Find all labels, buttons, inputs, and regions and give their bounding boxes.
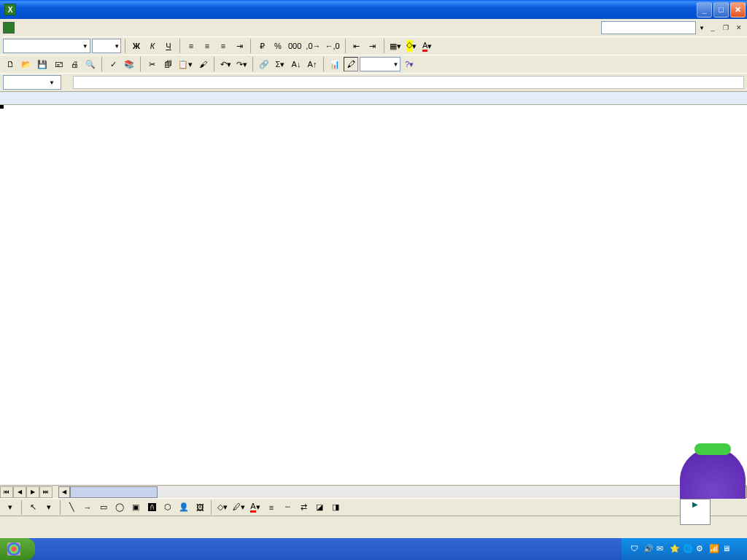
save-button[interactable]: 💾: [35, 57, 50, 71]
window-titlebar: X _ □ ✕: [0, 0, 747, 19]
copy-button[interactable]: 🗐: [160, 57, 175, 71]
tray-icon[interactable]: ⭐: [670, 544, 680, 554]
sheet-nav-prev[interactable]: ◀: [13, 486, 26, 498]
start-button[interactable]: [0, 538, 35, 560]
maximize-button[interactable]: □: [713, 2, 729, 18]
close-button[interactable]: ✕: [730, 2, 746, 18]
rectangle-button[interactable]: ▭: [96, 500, 111, 515]
menu-tools[interactable]: [63, 26, 71, 30]
tray-icon[interactable]: 🛡: [630, 544, 640, 554]
new-button[interactable]: 🗋: [3, 57, 18, 71]
menu-file[interactable]: [19, 26, 28, 30]
drawing-button[interactable]: 🖍: [344, 57, 358, 71]
tray-icon[interactable]: 🖥: [722, 544, 732, 554]
font-color-button[interactable]: A▾: [420, 39, 435, 53]
increase-indent-button[interactable]: ⇥: [365, 39, 380, 53]
format-painter-button[interactable]: 🖌: [196, 57, 210, 71]
align-left-button[interactable]: ≡: [184, 39, 198, 53]
line-button[interactable]: ╲: [64, 500, 79, 515]
gauge-widget[interactable]: [680, 448, 746, 499]
align-right-button[interactable]: ≡: [216, 39, 231, 53]
currency-button[interactable]: ₽: [255, 39, 269, 53]
font-color-draw-button[interactable]: A▾: [248, 500, 263, 515]
menu-help[interactable]: [89, 26, 98, 30]
wordart-button[interactable]: 🅰: [144, 500, 159, 515]
oval-button[interactable]: ◯: [112, 500, 127, 515]
fill-color-button[interactable]: ◇▾: [404, 39, 419, 53]
menu-insert[interactable]: [45, 26, 54, 30]
borders-button[interactable]: ▦▾: [388, 39, 403, 53]
arrow-style-button[interactable]: ⇄: [296, 500, 311, 515]
sort-asc-button[interactable]: A↓: [289, 57, 303, 71]
redo-button[interactable]: ↷▾: [234, 57, 249, 71]
menu-format[interactable]: [54, 26, 63, 30]
permission-button[interactable]: 🖃: [51, 57, 66, 71]
horizontal-scrollbar[interactable]: ◀ ▶: [58, 486, 747, 498]
print-button[interactable]: 🖨: [67, 57, 82, 71]
sort-desc-button[interactable]: A↑: [305, 57, 320, 71]
tray-icon[interactable]: 📶: [709, 544, 719, 554]
tray-icon[interactable]: ⚙: [696, 544, 706, 554]
menu-view[interactable]: [36, 26, 45, 30]
research-button[interactable]: 📚: [122, 57, 136, 71]
picture-button[interactable]: 🖼: [193, 500, 207, 515]
chart-wizard-button[interactable]: 📊: [328, 57, 342, 71]
mdi-minimize[interactable]: _: [708, 23, 718, 33]
font-size-dropdown[interactable]: ▼: [92, 39, 121, 53]
menu-edit[interactable]: [28, 26, 36, 30]
undo-button[interactable]: ↶▾: [218, 57, 233, 71]
tray-icon[interactable]: 🔊: [643, 544, 654, 554]
decrease-decimal-button[interactable]: ←,0: [324, 39, 341, 53]
textbox-button[interactable]: ▣: [128, 500, 143, 515]
formatting-toolbar: ▼ ▼ Ж К Ч ≡ ≡ ≡ ⇥ ₽ % 000 ,0→ ←,0 ⇤ ⇥ ▦▾…: [0, 36, 747, 55]
zoom-dropdown[interactable]: ▼: [360, 57, 400, 71]
sheet-nav-last[interactable]: ⏭: [39, 486, 53, 498]
print-preview-button[interactable]: 🔍: [83, 57, 98, 71]
decrease-indent-button[interactable]: ⇤: [349, 39, 364, 53]
line-color-button[interactable]: 🖊▾: [231, 500, 247, 515]
autoshapes-menu[interactable]: ▾: [42, 500, 56, 515]
bold-button[interactable]: Ж: [129, 39, 144, 53]
fill-color-draw-button[interactable]: ◇▾: [215, 500, 230, 515]
help-button[interactable]: ?▾: [402, 57, 417, 71]
sheet-nav-next[interactable]: ▶: [26, 486, 39, 498]
menu-window[interactable]: [80, 26, 89, 30]
open-button[interactable]: 📂: [19, 57, 34, 71]
formula-input[interactable]: [73, 76, 744, 89]
italic-button[interactable]: К: [145, 39, 160, 53]
percent-button[interactable]: %: [271, 39, 285, 53]
system-tray[interactable]: 🛡 🔊 ✉ ⭐ 🌐 ⚙ 📶 🖥: [622, 538, 747, 560]
select-objects-button[interactable]: ↖: [26, 500, 40, 515]
app-icon[interactable]: [3, 22, 15, 34]
align-center-button[interactable]: ≡: [200, 39, 214, 53]
menu-data[interactable]: [71, 26, 80, 30]
mdi-close[interactable]: ✕: [734, 23, 744, 33]
ask-question-box[interactable]: [601, 21, 696, 34]
sheet-nav-first[interactable]: ⏮: [0, 486, 13, 498]
paste-button[interactable]: 📋▾: [177, 57, 194, 71]
3d-button[interactable]: ◨: [328, 500, 343, 515]
diagram-button[interactable]: ⬡: [160, 500, 175, 515]
dash-style-button[interactable]: ┄: [280, 500, 295, 515]
network-widget[interactable]: ▶: [680, 499, 711, 525]
increase-decimal-button[interactable]: ,0→: [304, 39, 322, 53]
tray-icon[interactable]: ✉: [657, 544, 667, 554]
shadow-button[interactable]: ◪: [312, 500, 327, 515]
mdi-restore[interactable]: ❐: [721, 23, 731, 33]
underline-button[interactable]: Ч: [161, 39, 176, 53]
tray-icon[interactable]: 🌐: [683, 544, 693, 554]
comma-button[interactable]: 000: [287, 39, 303, 53]
merge-center-button[interactable]: ⇥: [232, 39, 247, 53]
spelling-button[interactable]: ✓: [106, 57, 120, 71]
line-style-button[interactable]: ≡: [264, 500, 279, 515]
font-name-dropdown[interactable]: ▼: [3, 39, 90, 53]
draw-actions-menu[interactable]: ▾: [3, 500, 18, 515]
hyperlink-button[interactable]: 🔗: [257, 57, 271, 71]
spreadsheet-grid[interactable]: [0, 91, 747, 485]
minimize-button[interactable]: _: [697, 2, 712, 18]
arrow-button[interactable]: →: [80, 500, 95, 515]
autosum-button[interactable]: Σ▾: [273, 57, 287, 71]
clipart-button[interactable]: 👤: [177, 500, 191, 515]
cut-button[interactable]: ✂: [144, 57, 159, 71]
name-box[interactable]: ▼: [3, 75, 61, 90]
